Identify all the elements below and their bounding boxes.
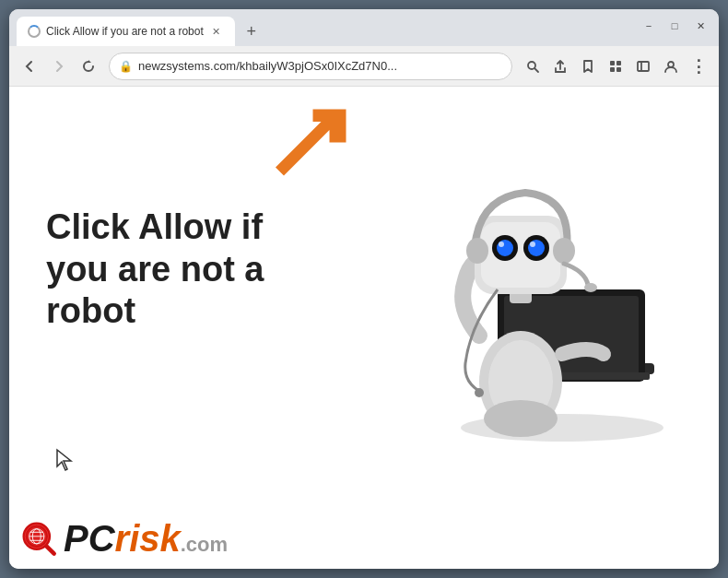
pcrisk-text: PC risk .com	[64, 518, 228, 560]
svg-rect-4	[616, 61, 621, 65]
svg-point-9	[668, 62, 674, 67]
title-bar: Click Allow if you are not a robot ✕ + −…	[9, 9, 719, 46]
url-text: newzsystems.com/khbailyW3pjOSx0IXcZd7N0.…	[138, 59, 502, 73]
robot-illustration	[378, 142, 682, 474]
browser-window: Click Allow if you are not a robot ✕ + −…	[9, 9, 719, 569]
toolbar-right-icons: ⋮	[520, 53, 711, 79]
svg-rect-5	[610, 67, 615, 72]
tab-close-button[interactable]: ✕	[209, 24, 224, 39]
mouse-cursor-icon	[55, 448, 74, 472]
maximize-button[interactable]: □	[663, 17, 686, 35]
pcrisk-risk-text: risk	[115, 518, 181, 560]
svg-rect-3	[610, 61, 615, 65]
main-text: Click Allow if you are not a robot	[46, 206, 276, 333]
active-tab[interactable]: Click Allow if you are not a robot ✕	[17, 17, 235, 46]
sidebar-button[interactable]	[630, 53, 656, 79]
search-button[interactable]	[520, 53, 546, 79]
arrow-container	[267, 105, 378, 197]
forward-button[interactable]	[46, 53, 72, 79]
tab-title: Click Allow if you are not a robot	[46, 25, 204, 38]
svg-point-29	[584, 283, 597, 292]
minimize-button[interactable]: −	[638, 17, 660, 35]
share-button[interactable]	[547, 53, 573, 79]
page-content: Click Allow if you are not a robot	[9, 87, 719, 569]
lock-icon: 🔒	[119, 60, 133, 73]
svg-point-35	[530, 242, 535, 247]
pcrisk-com-text: .com	[181, 533, 228, 557]
pcrisk-logo: PC risk .com	[18, 518, 228, 560]
bookmark-button[interactable]	[575, 53, 601, 79]
svg-point-33	[528, 240, 545, 256]
toolbar: 🔒 newzsystems.com/khbailyW3pjOSx0IXcZd7N…	[9, 46, 719, 87]
svg-marker-0	[88, 60, 91, 63]
svg-marker-11	[276, 110, 346, 176]
svg-line-2	[534, 68, 538, 72]
svg-rect-7	[638, 62, 649, 71]
address-bar[interactable]: 🔒 newzsystems.com/khbailyW3pjOSx0IXcZd7N…	[109, 53, 512, 80]
svg-rect-26	[481, 222, 560, 288]
svg-point-28	[553, 238, 575, 264]
back-button[interactable]	[17, 53, 42, 79]
window-controls: − □ ✕	[638, 17, 711, 35]
svg-rect-6	[616, 67, 621, 72]
menu-button[interactable]: ⋮	[686, 53, 711, 79]
tab-spinner	[28, 25, 41, 38]
svg-point-34	[499, 242, 504, 247]
svg-point-36	[475, 388, 484, 397]
pcrisk-pc-text: PC	[64, 518, 115, 560]
new-tab-button[interactable]: +	[239, 18, 264, 44]
svg-point-32	[497, 240, 513, 256]
extensions-button[interactable]	[603, 53, 628, 79]
profile-button[interactable]	[658, 53, 684, 79]
orange-arrow-icon	[267, 105, 350, 188]
cursor	[55, 448, 74, 477]
close-button[interactable]: ✕	[689, 17, 711, 35]
pcrisk-logo-icon	[18, 518, 60, 560]
robot-svg	[378, 142, 673, 474]
svg-line-44	[45, 545, 54, 554]
reload-button[interactable]	[76, 53, 101, 79]
svg-point-23	[484, 400, 558, 437]
svg-point-27	[466, 238, 488, 264]
